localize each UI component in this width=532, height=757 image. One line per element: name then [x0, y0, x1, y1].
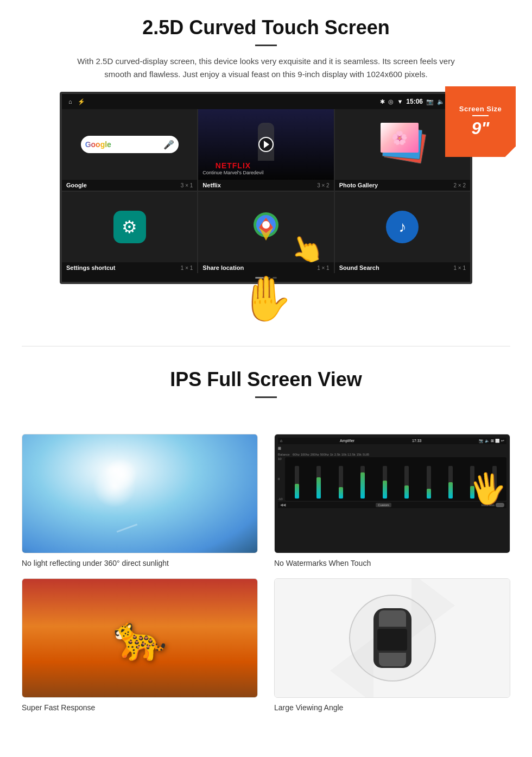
eq-bar-200hz	[331, 466, 351, 499]
netflix-play-button[interactable]	[258, 137, 274, 152]
eq-y-0: 0	[278, 477, 283, 481]
amplifier-image: ⌂ Amplifier 17:33 📷 🔈 ⊠ ⬜ ↩ ⊞ Balance 60…	[274, 434, 510, 553]
eq-bar-inner	[404, 485, 409, 499]
amp-time: 17:33	[412, 439, 422, 443]
eq-bar-inner	[427, 489, 431, 499]
google-logo: Google	[85, 140, 111, 149]
eq-bar-100hz	[309, 466, 328, 499]
sunlight-feature: No light reflecting under 360° direct su…	[22, 434, 258, 567]
gallery-tile-size: 2 × 2	[453, 182, 466, 188]
car-windshield	[379, 610, 406, 627]
eq-bar-inner	[316, 477, 321, 499]
sunlight-image	[22, 434, 258, 553]
share-tile-footer: Share location 1 × 1	[198, 262, 333, 273]
netflix-info: NETFLIX Continue Marvel's Daredevil	[202, 161, 263, 175]
settings-tile-name: Settings shortcut	[66, 264, 115, 271]
location-icon: ◎	[388, 98, 394, 105]
car-rear-windshield	[379, 653, 406, 666]
eq-y-neg10: -10	[278, 497, 283, 501]
amp-status-bar: ⌂ Amplifier 17:33 📷 🔈 ⊠ ⬜ ↩	[278, 438, 506, 444]
settings-tile[interactable]: ⚙ Settings shortcut 1 × 1	[62, 192, 197, 273]
eq-labels-row: Balance 60hz 100hz 200hz 500hz 1k 2.5k 1…	[278, 453, 506, 456]
amp-controls: ⊞	[278, 446, 506, 451]
sunlight-label: No light reflecting under 360° direct su…	[22, 559, 258, 567]
home-icon: ⌂	[68, 98, 72, 105]
google-tile-name: Google	[66, 182, 87, 188]
amp-icons: 📷 🔈 ⊠ ⬜ ↩	[479, 439, 504, 443]
eq-bar-500hz	[353, 466, 372, 499]
title-underline	[255, 45, 277, 46]
netflix-sub-text: Continue Marvel's Daredevil	[202, 170, 263, 175]
netflix-tile-name: Netflix	[202, 182, 221, 188]
screen-size-badge: Screen Size 9"	[445, 86, 516, 157]
netflix-tile-content: NETFLIX Continue Marvel's Daredevil	[198, 109, 333, 180]
eq-bar-outer	[427, 466, 431, 499]
netflix-tile[interactable]: NETFLIX Continue Marvel's Daredevil Netf…	[198, 109, 333, 191]
car-roof	[377, 629, 407, 651]
gallery-tile-name: Photo Gallery	[339, 182, 378, 188]
car-label: Large Viewing Angle	[274, 703, 510, 712]
google-tile[interactable]: Google 🎤 Google 3 × 1	[62, 109, 197, 191]
settings-tile-footer: Settings shortcut 1 × 1	[62, 262, 197, 273]
viewing-angle-left	[330, 638, 373, 698]
eq-y-axis: 10 0 -10	[278, 457, 283, 501]
features-grid: No light reflecting under 360° direct su…	[0, 423, 532, 723]
google-tile-content: Google 🎤	[62, 109, 197, 180]
eq-bar-outer	[360, 466, 365, 499]
settings-gear-icon: ⚙	[122, 217, 137, 237]
eq-bar-outer	[448, 466, 453, 499]
ips-title-underline	[255, 396, 277, 398]
status-time: 15:06	[406, 98, 423, 105]
eq-bar-inner	[295, 484, 299, 499]
eq-bar-outer	[404, 466, 409, 499]
sound-search-tile[interactable]: ♪ Sound Search 1 × 1	[335, 192, 470, 273]
eq-bar-60hz	[287, 466, 307, 499]
eq-freq-labels: 60hz 100hz 200hz 500hz 1k 2.5k 10k 12.5k…	[293, 453, 369, 456]
photo-stack: 🌸	[381, 123, 424, 166]
balance-label: Balance	[278, 453, 292, 456]
eq-bar-inner	[448, 482, 453, 499]
touch-hand-area: 🤚	[60, 273, 472, 324]
volume-icon: 🔈	[437, 98, 445, 105]
google-mic-icon: 🎤	[163, 140, 174, 150]
cheetah-background: 🐆	[22, 579, 257, 697]
share-location-tile[interactable]: 👆 Share location 1 × 1	[198, 192, 333, 273]
google-maps-icon	[254, 212, 278, 242]
wifi-icon: ▼	[397, 98, 403, 105]
settings-tile-size: 1 × 1	[181, 265, 193, 271]
amplifier-feature: ⌂ Amplifier 17:33 📷 🔈 ⊠ ⬜ ↩ ⊞ Balance 60…	[274, 434, 510, 567]
sound-tile-name: Sound Search	[339, 264, 379, 271]
car-background	[275, 579, 510, 697]
screen-size-label: Screen Size	[459, 105, 502, 113]
svg-point-4	[262, 221, 270, 229]
eq-bar-inner	[360, 472, 365, 499]
cheetah-feature: 🐆 Super Fast Response	[22, 578, 258, 712]
light-ray	[117, 524, 138, 533]
google-search-bar[interactable]: Google 🎤	[81, 136, 179, 153]
eq-bar-outer	[316, 466, 321, 499]
share-tile-name: Share location	[202, 264, 244, 271]
car-top-view	[373, 608, 411, 668]
sound-tile-size: 1 × 1	[453, 265, 466, 271]
custom-button[interactable]: Custom	[376, 503, 391, 507]
screen-size-value: 9"	[472, 118, 490, 138]
amp-screen: ⌂ Amplifier 17:33 📷 🔈 ⊠ ⬜ ↩ ⊞ Balance 60…	[275, 434, 510, 553]
android-screen: ⌂ ⚡ ✱ ◎ ▼ 15:06 📷 🔈 ⊠ ⬜	[60, 92, 472, 284]
eq-bar-inner	[383, 481, 387, 499]
sunlight-background	[22, 434, 257, 553]
cheetah-label: Super Fast Response	[22, 703, 258, 712]
car-feature: Large Viewing Angle	[274, 578, 510, 712]
google-tile-size: 3 × 1	[181, 182, 193, 188]
google-tile-footer: Google 3 × 1	[62, 180, 197, 191]
curved-description: With 2.5D curved-display screen, this de…	[76, 55, 456, 81]
car-image	[274, 578, 510, 698]
music-note-icon: ♪	[398, 218, 406, 236]
eq-y-10: 10	[278, 457, 283, 460]
viewing-angle-right	[411, 578, 455, 638]
eq-bar-2k5	[397, 466, 416, 499]
settings-icon-wrap: ⚙	[113, 211, 146, 243]
music-note-circle: ♪	[386, 211, 419, 243]
eq-bar-outer	[339, 466, 343, 499]
section-divider	[22, 346, 510, 346]
eq-bar-outer	[295, 466, 299, 499]
